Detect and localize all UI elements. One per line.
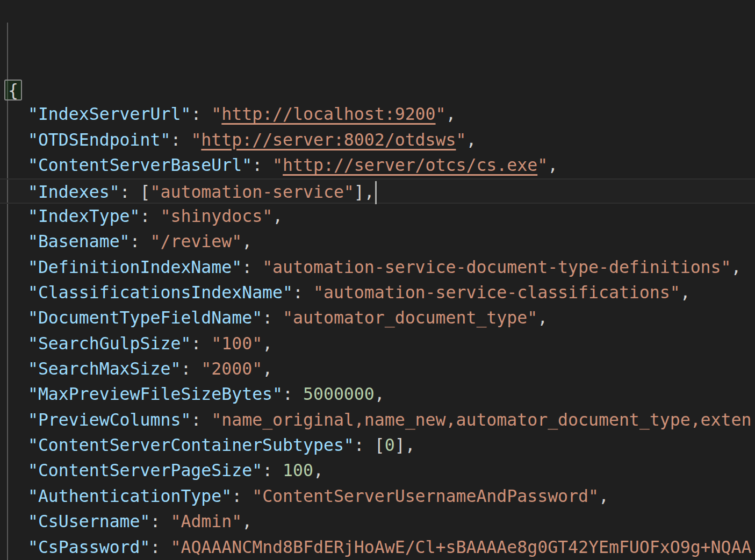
code-token-punc: : xyxy=(191,334,211,353)
code-token-punc xyxy=(8,410,28,429)
code-token-punc xyxy=(8,232,28,251)
code-token-punc: : xyxy=(262,461,283,480)
code-token-str: "ContentServerUsernameAndPassword" xyxy=(252,486,599,506)
code-token-key: "IndexType" xyxy=(28,206,140,226)
code-token-punc xyxy=(8,283,28,302)
code-token-key: "AuthenticationType" xyxy=(28,486,232,506)
code-token-str: " xyxy=(537,155,548,175)
code-token-num: 5000000 xyxy=(303,384,375,404)
code-token-punc xyxy=(8,537,28,557)
code-line[interactable]: "SearchMaxSize": "2000", xyxy=(0,356,755,382)
code-token-punc: , xyxy=(242,232,252,251)
code-token-punc: : xyxy=(191,104,211,124)
code-token-str: " xyxy=(456,130,466,149)
code-token-str: "automator_document_type" xyxy=(283,308,537,327)
code-token-punc: : xyxy=(170,130,191,149)
code-token-punc xyxy=(8,435,28,455)
code-token-punc: , xyxy=(272,206,283,226)
code-token-key: "PreviewColumns" xyxy=(28,410,191,429)
code-token-punc xyxy=(8,155,28,175)
code-token-key: "CsPassword" xyxy=(28,537,150,557)
code-token-str: "/review" xyxy=(150,232,242,251)
code-token-punc: , xyxy=(548,155,558,175)
code-token-brace: { xyxy=(8,81,18,100)
code-lines: { "IndexServerUrl": "http://localhost:92… xyxy=(0,76,755,560)
code-token-punc xyxy=(8,461,28,480)
url-link[interactable]: http://server/otcs/cs.exe xyxy=(283,155,537,175)
code-editor[interactable]: { "IndexServerUrl": "http://localhost:92… xyxy=(0,0,755,560)
code-token-punc xyxy=(8,206,28,226)
text-cursor xyxy=(375,181,377,204)
code-line[interactable]: "DocumentTypeFieldName": "automator_docu… xyxy=(0,305,755,331)
code-token-str: " xyxy=(272,155,283,175)
code-token-punc: [ xyxy=(140,182,150,202)
code-token-punc: : xyxy=(120,182,140,202)
code-token-punc: : xyxy=(232,486,252,506)
code-token-punc: : xyxy=(181,359,201,378)
code-line[interactable]: "CsPassword": "AQAAANCMnd8BFdERjHoAwE/Cl… xyxy=(0,535,755,560)
code-token-punc xyxy=(8,512,28,531)
code-line[interactable]: { xyxy=(0,76,755,102)
code-token-key: "Basename" xyxy=(28,232,130,251)
code-line[interactable]: "ContentServerBaseUrl": "http://server/o… xyxy=(0,153,755,178)
code-token-num: 0 xyxy=(385,435,395,455)
code-token-punc: , xyxy=(262,334,272,353)
code-token-punc: : xyxy=(262,308,283,327)
code-token-punc: : xyxy=(150,512,171,531)
code-token-num: 100 xyxy=(283,461,313,480)
code-line[interactable]: "PreviewColumns": "name_original,name_ne… xyxy=(0,407,755,433)
code-token-key: "MaxPreviewFileSizeBytes" xyxy=(28,384,283,404)
code-token-punc: ], xyxy=(354,182,375,202)
code-line[interactable]: "Basename": "/review", xyxy=(0,229,755,254)
code-token-punc: [ xyxy=(375,435,385,455)
code-token-punc xyxy=(8,308,28,327)
code-line[interactable]: "CsUsername": "Admin", xyxy=(0,509,755,534)
code-token-punc: , xyxy=(599,486,609,506)
code-token-key: "ContentServerPageSize" xyxy=(28,461,262,480)
code-token-punc: , xyxy=(731,257,742,277)
code-line[interactable]: "MaxPreviewFileSizeBytes": 5000000, xyxy=(0,382,755,407)
code-token-str: "shinydocs" xyxy=(161,206,273,226)
code-token-punc: : xyxy=(242,257,262,277)
code-token-punc xyxy=(8,130,28,149)
code-token-punc: ], xyxy=(395,435,415,455)
code-line[interactable]: "AuthenticationType": "ContentServerUser… xyxy=(0,484,755,509)
code-line-current[interactable]: "Indexes": ["automation-service"], xyxy=(0,178,755,204)
code-token-key: "ContentServerBaseUrl" xyxy=(28,155,252,175)
code-token-punc xyxy=(8,182,28,202)
code-line[interactable]: "ClassificationsIndexName": "automation-… xyxy=(0,280,755,305)
code-token-punc: , xyxy=(466,130,476,149)
code-token-punc: , xyxy=(262,359,272,378)
code-line[interactable]: "IndexType": "shinydocs", xyxy=(0,204,755,229)
code-token-key: "SearchMaxSize" xyxy=(28,359,181,378)
code-token-punc xyxy=(8,334,28,353)
code-token-key: "CsUsername" xyxy=(28,512,150,531)
code-token-str: "automation-service" xyxy=(150,182,354,202)
code-token-punc: : xyxy=(293,283,313,302)
code-token-str: "automation-service-document-type-defini… xyxy=(262,257,731,277)
code-line[interactable]: "SearchGulpSize": "100", xyxy=(0,331,755,356)
code-token-punc: , xyxy=(242,512,252,531)
code-line[interactable]: "OTDSEndpoint": "http://server:8002/otds… xyxy=(0,127,755,153)
code-line[interactable]: "ContentServerPageSize": 100, xyxy=(0,458,755,483)
code-token-key: "ContentServerContainerSubtypes" xyxy=(28,435,354,455)
url-link[interactable]: http://server:8002/otdsws xyxy=(201,130,456,149)
code-line[interactable]: "IndexServerUrl": "http://localhost:9200… xyxy=(0,102,755,127)
code-token-punc xyxy=(8,104,28,124)
code-token-str: "Admin" xyxy=(170,512,242,531)
code-line[interactable]: "ContentServerContainerSubtypes": [0], xyxy=(0,433,755,458)
code-token-punc: , xyxy=(375,384,385,404)
code-token-str: " xyxy=(211,104,221,124)
code-token-str: " xyxy=(191,130,201,149)
url-link[interactable]: http://localhost:9200 xyxy=(221,104,435,124)
code-line[interactable]: "DefinitionIndexName": "automation-servi… xyxy=(0,255,755,280)
code-token-punc xyxy=(8,359,28,378)
code-token-key: "SearchGulpSize" xyxy=(28,334,191,353)
code-token-punc: , xyxy=(680,283,691,302)
code-token-key: "DocumentTypeFieldName" xyxy=(28,308,262,327)
code-token-punc: : xyxy=(130,232,150,251)
code-token-key: "IndexServerUrl" xyxy=(28,104,191,124)
code-token-punc: , xyxy=(537,308,548,327)
code-token-punc xyxy=(8,257,28,277)
code-token-str: " xyxy=(436,104,446,124)
